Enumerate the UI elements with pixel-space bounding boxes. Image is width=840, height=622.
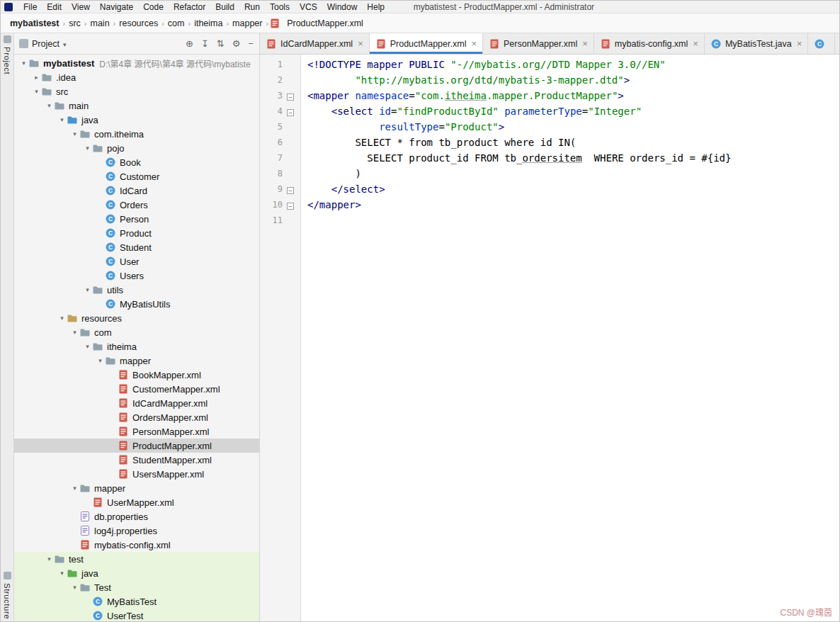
chevron-collapsed-icon[interactable]: ▸ [32,74,41,81]
tree-item-mapper[interactable]: ▾mapper [14,354,259,368]
expand-all-icon[interactable]: ↧ [201,38,209,49]
tree-item-java[interactable]: ▾java [14,113,259,127]
tree-item-main[interactable]: ▾main [14,98,259,113]
fold-marker-icon[interactable]: − [283,91,298,101]
editor-tab-MyBatisTest.java[interactable]: CMyBatisTest.java× [705,33,808,54]
fold-marker-icon[interactable]: − [283,106,298,117]
project-panel-title[interactable]: Project [32,39,59,49]
menu-navigate[interactable]: Navigate [95,2,138,12]
tree-item-StudentMapper.xml[interactable]: StudentMapper.xml [14,453,259,467]
settings-icon[interactable]: ⚙ [232,38,241,49]
tree-item-log4j.properties[interactable]: log4j.properties [14,524,259,538]
close-tab-icon[interactable]: × [582,39,588,48]
chevron-expanded-icon[interactable]: ▾ [83,286,92,293]
breadcrumb-item-main[interactable]: main [88,18,113,29]
menu-file[interactable]: File [18,2,42,12]
menu-window[interactable]: Window [322,2,363,12]
chevron-expanded-icon[interactable]: ▾ [70,584,79,591]
tree-item-IdCardMapper.xml[interactable]: IdCardMapper.xml [14,396,259,410]
chevron-expanded-icon[interactable]: ▾ [70,329,79,336]
tree-item-UserMapper.xml[interactable]: UserMapper.xml [14,495,259,509]
menu-run[interactable]: Run [239,2,265,12]
chevron-expanded-icon[interactable]: ▾ [57,570,67,577]
chevron-expanded-icon[interactable]: ▾ [19,60,28,67]
editor-tab-mybatis-config.xml[interactable]: mybatis-config.xml× [594,33,705,54]
breadcrumb-item-ProductMapper.xml[interactable]: ProductMapper.xml [284,18,366,29]
menu-refactor[interactable]: Refactor [169,2,210,12]
collapse-all-icon[interactable]: ⇅ [217,38,225,49]
chevron-expanded-icon[interactable]: ▾ [96,357,105,364]
menu-build[interactable]: Build [210,2,239,12]
tree-item-Book[interactable]: CBook [14,155,259,169]
tree-item-Person[interactable]: CPerson [14,212,259,226]
tree-item-IdCard[interactable]: CIdCard [14,183,259,198]
tree-item-UsersMapper.xml[interactable]: UsersMapper.xml [14,467,259,481]
tree-item-OrdersMapper.xml[interactable]: OrdersMapper.xml [14,410,259,424]
tree-item-Product[interactable]: CProduct [14,226,259,240]
close-tab-icon[interactable]: × [693,39,698,48]
tree-item-com[interactable]: ▾com [14,325,259,339]
chevron-down-icon[interactable]: ▾ [63,41,67,48]
chevron-expanded-icon[interactable]: ▾ [45,102,54,109]
fold-marker-icon[interactable]: − [283,200,298,210]
locate-icon[interactable]: ⊕ [186,38,193,49]
editor-surface[interactable]: 123−4−56789−10−11 <!DOCTYPE mapper PUBLI… [260,55,839,622]
close-tab-icon[interactable]: × [797,39,802,48]
tree-item-mybatis-config.xml[interactable]: mybatis-config.xml [14,538,259,552]
fold-marker-icon[interactable]: − [283,184,298,195]
breadcrumb-item-mybatistest[interactable]: mybatistest [7,18,62,29]
breadcrumb-item-resources[interactable]: resources [116,18,161,29]
menu-help[interactable]: Help [362,2,390,12]
menu-tools[interactable]: Tools [265,2,295,12]
chevron-expanded-icon[interactable]: ▾ [32,88,41,95]
tree-item-User[interactable]: CUser [14,254,259,268]
breadcrumb-item-itheima[interactable]: itheima [191,18,225,29]
tree-item-java[interactable]: ▾java [14,566,259,580]
close-tab-icon[interactable]: × [471,39,477,48]
tree-item-ProductMapper.xml[interactable]: ProductMapper.xml [14,439,259,453]
tree-item-PersonMapper.xml[interactable]: PersonMapper.xml [14,424,259,439]
breadcrumb-item-com[interactable]: com [165,18,188,29]
chevron-expanded-icon[interactable]: ▾ [45,555,54,562]
tree-item-Student[interactable]: CStudent [14,240,259,254]
editor-tab-IdCardMapper.xml[interactable]: IdCardMapper.xml× [260,33,370,54]
tree-item-com.itheima[interactable]: ▾com.itheima [14,127,259,141]
hide-panel-icon[interactable]: − [248,38,254,49]
tree-item-Test[interactable]: ▾Test [14,580,259,594]
tree-item-Customer[interactable]: CCustomer [14,169,259,183]
tool-stripe-structure-button[interactable]: Structure [1,572,13,619]
chevron-expanded-icon[interactable]: ▾ [57,315,67,322]
editor-tab-PersonMapper.xml[interactable]: PersonMapper.xml× [483,33,594,54]
tree-item-pojo[interactable]: ▾pojo [14,141,259,155]
menu-view[interactable]: View [67,2,95,12]
tree-item-test[interactable]: ▾test [14,552,259,566]
chevron-expanded-icon[interactable]: ▾ [57,116,67,123]
menu-edit[interactable]: Edit [42,2,67,12]
breadcrumb-item-src[interactable]: src [66,18,84,29]
tree-item-.idea[interactable]: ▸.idea [14,70,259,84]
tree-item-Users[interactable]: CUsers [14,268,259,283]
tree-item-utils[interactable]: ▾utils [14,283,259,297]
tree-item-mapper[interactable]: ▾mapper [14,481,259,495]
chevron-expanded-icon[interactable]: ▾ [70,485,79,492]
close-tab-icon[interactable]: × [358,39,363,48]
menu-vcs[interactable]: VCS [295,2,322,12]
tree-item-MyBatisUtils[interactable]: CMyBatisUtils [14,297,259,311]
tree-item-mybatistest[interactable]: ▾mybatistestD:\第4章 源代码\第4章 源代码\mybatiste [14,56,259,70]
tool-stripe-project-button[interactable]: Project [1,35,13,74]
tree-item-resources[interactable]: ▾resources [14,311,259,325]
chevron-expanded-icon[interactable]: ▾ [83,145,92,152]
menu-code[interactable]: Code [138,2,169,12]
tree-item-BookMapper.xml[interactable]: BookMapper.xml [14,368,259,382]
tree-item-MyBatisTest[interactable]: CMyBatisTest [14,594,259,609]
tree-item-UserTest[interactable]: CUserTest [14,609,259,622]
editor-tab-partial[interactable]: C [808,33,835,54]
tree-item-itheima[interactable]: ▾itheima [14,339,259,354]
tree-item-CustomerMapper.xml[interactable]: CustomerMapper.xml [14,382,259,396]
chevron-expanded-icon[interactable]: ▾ [70,130,79,137]
editor-tab-ProductMapper.xml[interactable]: ProductMapper.xml× [370,33,483,54]
tree-item-src[interactable]: ▾src [14,84,259,98]
chevron-expanded-icon[interactable]: ▾ [83,343,92,350]
tree-item-db.properties[interactable]: db.properties [14,509,259,524]
tree-item-Orders[interactable]: COrders [14,198,259,212]
